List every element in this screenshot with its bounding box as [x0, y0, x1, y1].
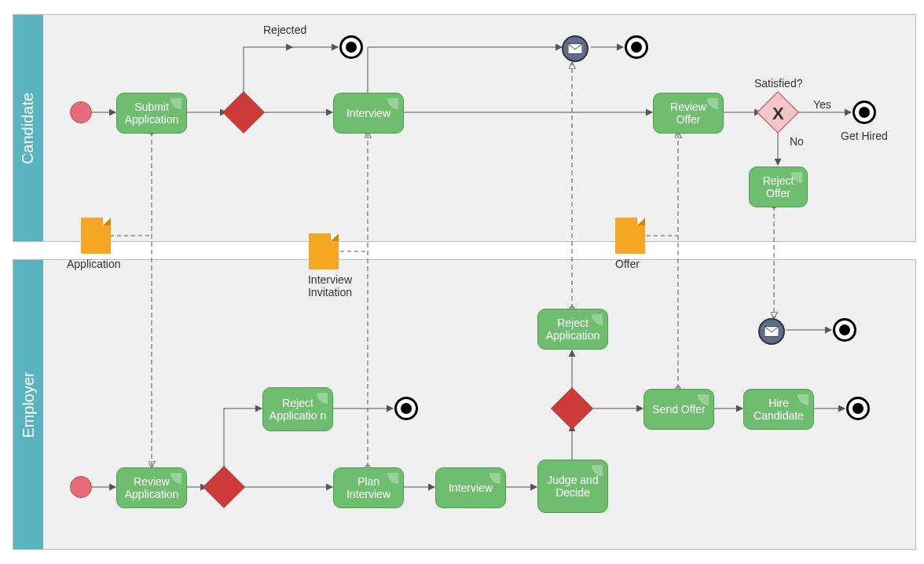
lane-label-candidate: Candidate	[13, 15, 43, 241]
task-interview-employer[interactable]: Interview	[435, 467, 506, 508]
label-satisfied: Satisfied?	[754, 77, 802, 90]
task-reject-application-1[interactable]: Reject Applicatio n	[262, 387, 333, 431]
label-no: No	[790, 135, 804, 148]
end-event-rejected[interactable]	[339, 35, 363, 59]
task-judge-decide[interactable]: Judge and Decide	[537, 460, 608, 513]
label-get-hired: Get Hired	[841, 130, 888, 142]
task-plan-interview[interactable]: Plan Interview	[333, 467, 404, 508]
task-hire-candidate[interactable]: Hire Candidate	[743, 389, 814, 430]
end-event-employer-1[interactable]	[394, 397, 418, 420]
end-event-employer-3[interactable]	[833, 318, 856, 342]
lane-label-employer: Employer	[13, 260, 43, 549]
data-object-application[interactable]	[81, 218, 111, 254]
task-review-application[interactable]: Review Application	[116, 467, 187, 508]
task-reject-offer[interactable]: Reject Offer	[749, 167, 808, 207]
label-application: Application	[67, 258, 121, 270]
label-rejected: Rejected	[263, 24, 306, 36]
label-yes: Yes	[813, 98, 831, 111]
gateway-x-icon: X	[772, 104, 784, 124]
task-send-offer[interactable]: Send Offer	[644, 389, 714, 430]
start-event-employer[interactable]	[70, 476, 92, 498]
end-event-hired[interactable]	[852, 101, 876, 124]
start-event-candidate[interactable]	[70, 101, 92, 123]
lane-text: Candidate	[20, 92, 38, 163]
task-reject-application-2[interactable]: Reject Application	[537, 309, 608, 350]
end-event-candidate-2[interactable]	[625, 35, 648, 59]
task-review-offer[interactable]: Review Offer	[653, 93, 724, 134]
message-event-employer[interactable]	[758, 318, 785, 345]
lane-text: Employer	[20, 372, 38, 438]
label-invitation: Interview Invitation	[299, 273, 361, 298]
task-submit-application[interactable]: Submit Application	[116, 93, 187, 134]
label-offer: Offer	[615, 258, 640, 270]
task-interview-candidate[interactable]: Interview	[333, 93, 404, 134]
end-event-employer-2[interactable]	[846, 397, 870, 420]
message-event-candidate[interactable]	[562, 35, 588, 62]
data-object-offer[interactable]	[615, 218, 645, 254]
data-object-invitation[interactable]	[309, 233, 339, 269]
